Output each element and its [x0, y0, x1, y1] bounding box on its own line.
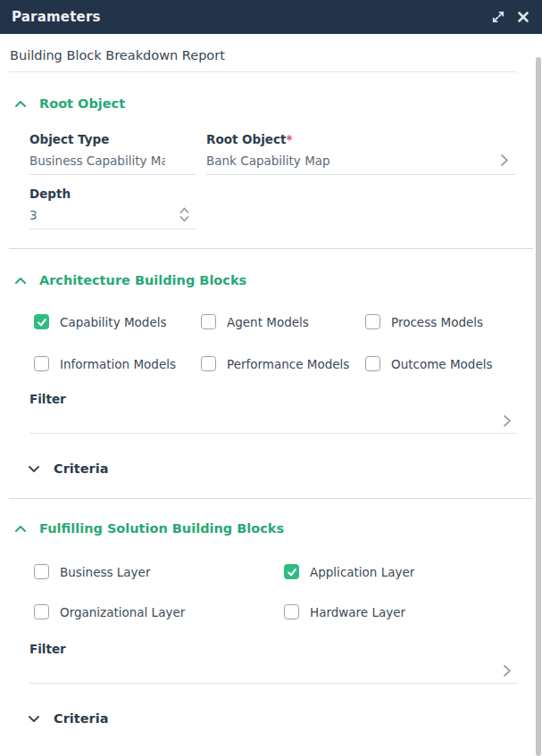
- checkbox-unchecked-icon[interactable]: [365, 314, 380, 329]
- vertical-scrollbar[interactable]: [536, 57, 541, 756]
- checkbox-label: Hardware Layer: [310, 605, 405, 619]
- section-title: Fulfilling Solution Building Blocks: [39, 521, 284, 536]
- checkbox-label: Organizational Layer: [60, 605, 185, 619]
- root-object-picker[interactable]: Bank Capability Map: [206, 146, 515, 175]
- checkbox-checked-icon[interactable]: [284, 564, 299, 579]
- checkbox-item[interactable]: Performance Models: [201, 356, 365, 371]
- checkbox-label: Business Layer: [60, 565, 150, 579]
- checkbox-label: Process Models: [391, 315, 483, 329]
- checkbox-label: Capability Models: [60, 315, 167, 329]
- checkbox-item[interactable]: Application Layer: [284, 564, 521, 579]
- fulfilling-filter-group: Filter: [29, 642, 517, 684]
- report-title: Building Block Breakdown Report: [9, 34, 517, 72]
- root-object-label: Root Object*: [206, 132, 515, 146]
- chevron-up-icon: [14, 271, 27, 288]
- section-divider: [9, 498, 533, 499]
- chevron-up-icon: [14, 519, 27, 536]
- object-type-field-group: Object Type Business Capability Map: [29, 132, 196, 175]
- checkbox-item[interactable]: Information Models: [34, 356, 201, 371]
- checkbox-unchecked-icon[interactable]: [34, 604, 49, 619]
- chevron-right-icon[interactable]: [503, 414, 512, 428]
- chevron-up-icon: [14, 95, 27, 112]
- criteria-title: Criteria: [54, 711, 108, 726]
- chevron-right-icon[interactable]: [500, 154, 509, 167]
- depth-label: Depth: [29, 187, 196, 201]
- checkbox-label: Information Models: [60, 357, 176, 371]
- section-root-object[interactable]: Root Object: [14, 95, 533, 112]
- chevron-down-icon: [28, 460, 40, 477]
- checkbox-unchecked-icon[interactable]: [284, 604, 299, 619]
- filter-label: Filter: [29, 642, 517, 656]
- object-type-label: Object Type: [29, 132, 196, 146]
- checkbox-item[interactable]: Process Models: [365, 314, 521, 329]
- panel-title: Parameters: [12, 9, 491, 25]
- architecture-filter-field[interactable]: [29, 406, 517, 434]
- panel-titlebar: Parameters: [0, 0, 542, 34]
- architecture-checkbox-grid: Capability ModelsAgent ModelsProcess Mod…: [34, 314, 521, 371]
- checkbox-unchecked-icon[interactable]: [201, 314, 216, 329]
- fulfilling-criteria-toggle[interactable]: Criteria: [28, 710, 533, 727]
- checkbox-item[interactable]: Hardware Layer: [284, 604, 521, 619]
- expand-diagonal-icon[interactable]: [491, 10, 505, 24]
- depth-input[interactable]: 3: [29, 201, 196, 229]
- checkbox-item[interactable]: Organizational Layer: [34, 604, 284, 619]
- root-object-field-group: Root Object* Bank Capability Map: [206, 132, 515, 175]
- checkbox-unchecked-icon[interactable]: [34, 356, 49, 371]
- chevron-down-icon: [28, 710, 40, 727]
- checkbox-item[interactable]: Business Layer: [34, 564, 284, 579]
- object-type-value[interactable]: Business Capability Map: [29, 146, 196, 175]
- filter-label: Filter: [29, 392, 517, 406]
- section-divider: [9, 248, 533, 249]
- required-marker: *: [286, 132, 292, 146]
- checkbox-label: Performance Models: [227, 357, 349, 371]
- checkbox-label: Agent Models: [227, 315, 309, 329]
- checkbox-unchecked-icon[interactable]: [34, 564, 49, 579]
- checkbox-unchecked-icon[interactable]: [201, 356, 216, 371]
- section-architecture[interactable]: Architecture Building Blocks: [14, 271, 533, 288]
- checkbox-unchecked-icon[interactable]: [365, 356, 380, 371]
- section-fulfilling[interactable]: Fulfilling Solution Building Blocks: [14, 519, 533, 536]
- architecture-criteria-toggle[interactable]: Criteria: [28, 460, 533, 477]
- chevron-right-icon[interactable]: [503, 664, 512, 677]
- checkbox-item[interactable]: Capability Models: [34, 314, 201, 329]
- section-title: Root Object: [39, 96, 125, 111]
- depth-field-group: Depth 3: [29, 187, 196, 229]
- checkbox-label: Outcome Models: [391, 357, 492, 371]
- fulfilling-filter-field[interactable]: [29, 656, 517, 684]
- criteria-title: Criteria: [54, 461, 108, 476]
- checkbox-label: Application Layer: [310, 565, 414, 579]
- checkbox-item[interactable]: Outcome Models: [365, 356, 521, 371]
- close-icon[interactable]: [517, 11, 529, 23]
- checkbox-checked-icon[interactable]: [34, 314, 49, 329]
- number-stepper-icon[interactable]: [179, 205, 190, 224]
- section-title: Architecture Building Blocks: [39, 273, 246, 287]
- checkbox-item[interactable]: Agent Models: [201, 314, 365, 329]
- fulfilling-checkbox-grid: Business LayerApplication LayerOrganizat…: [34, 564, 521, 619]
- architecture-filter-group: Filter: [29, 392, 517, 434]
